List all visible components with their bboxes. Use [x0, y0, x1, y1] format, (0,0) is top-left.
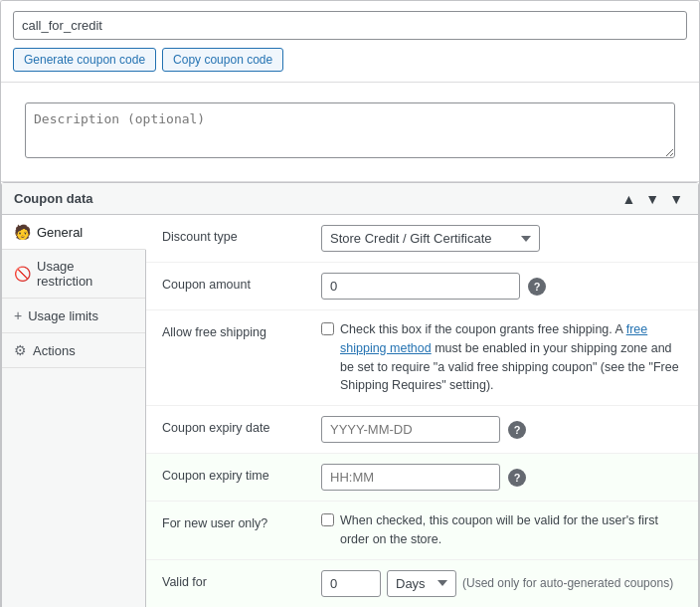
coupon-amount-row: Coupon amount ? — [146, 263, 698, 310]
valid-for-control: Days Weeks Months (Used only for auto-ge… — [321, 570, 682, 597]
sidebar-item-usage-restriction[interactable]: 🚫 Usage restriction — [2, 250, 145, 299]
expiry-time-input[interactable] — [321, 464, 500, 491]
new-user-only-label: For new user only? — [162, 511, 321, 533]
coupon-editor: Generate coupon code Copy coupon code Co… — [0, 0, 700, 607]
usage-limits-icon: + — [14, 307, 22, 323]
free-shipping-checkbox[interactable] — [321, 322, 334, 335]
general-icon: 🧑 — [14, 224, 31, 240]
sidebar-item-usage-limits-label: Usage limits — [28, 308, 98, 323]
days-select[interactable]: Days Weeks Months — [387, 570, 456, 597]
coupon-data-panel: Coupon data ▲ ▼ ▼ 🧑 General 🚫 Usage rest… — [1, 182, 699, 607]
header-controls: ▲ ▼ ▼ — [618, 192, 686, 206]
sidebar-item-usage-limits[interactable]: + Usage limits — [2, 299, 145, 333]
valid-for-inline: Days Weeks Months (Used only for auto-ge… — [321, 570, 673, 597]
expiry-time-help-icon[interactable]: ? — [508, 469, 526, 487]
usage-restriction-icon: 🚫 — [14, 266, 31, 282]
expiry-date-control: ? — [321, 416, 682, 443]
sidebar-item-general[interactable]: 🧑 General — [2, 215, 146, 250]
discount-type-row: Discount type Percentage discount Fixed … — [146, 215, 698, 263]
expiry-date-label: Coupon expiry date — [162, 416, 321, 438]
close-panel-button[interactable]: ▼ — [666, 192, 686, 206]
coupon-name-section: Generate coupon code Copy coupon code — [1, 1, 699, 83]
coupon-amount-label: Coupon amount — [162, 273, 321, 295]
new-user-only-checkbox-wrapper: When checked, this coupon will be valid … — [321, 511, 682, 549]
sidebar-item-general-label: General — [37, 225, 83, 240]
new-user-only-checkbox[interactable] — [321, 513, 334, 526]
copy-coupon-button[interactable]: Copy coupon code — [162, 48, 283, 72]
valid-for-row: Valid for Days Weeks Months (Used only f… — [146, 560, 698, 608]
expiry-date-input[interactable] — [321, 416, 500, 443]
free-shipping-link[interactable]: free shipping method — [340, 322, 647, 355]
new-user-only-row: For new user only? When checked, this co… — [146, 502, 698, 560]
free-shipping-control: Check this box if the coupon grants free… — [321, 320, 682, 395]
coupon-amount-control: ? — [321, 273, 682, 300]
expiry-time-row: Coupon expiry time ? — [146, 454, 698, 502]
coupon-data-body: 🧑 General 🚫 Usage restriction + Usage li… — [2, 215, 698, 607]
discount-type-label: Discount type — [162, 225, 321, 247]
free-shipping-checkbox-wrapper: Check this box if the coupon grants free… — [321, 320, 682, 395]
coupon-amount-input[interactable] — [321, 273, 520, 300]
coupon-data-title: Coupon data — [14, 191, 92, 206]
generate-coupon-button[interactable]: Generate coupon code — [13, 48, 156, 72]
actions-icon: ⚙ — [14, 342, 27, 358]
new-user-only-control: When checked, this coupon will be valid … — [321, 511, 682, 549]
coupon-sidebar: 🧑 General 🚫 Usage restriction + Usage li… — [2, 215, 146, 607]
expiry-time-label: Coupon expiry time — [162, 464, 321, 486]
description-textarea[interactable] — [25, 102, 675, 158]
coupon-actions-row: Generate coupon code Copy coupon code — [13, 48, 687, 72]
discount-type-control: Percentage discount Fixed cart discount … — [321, 225, 682, 252]
free-shipping-label: Allow free shipping — [162, 320, 321, 342]
valid-for-input[interactable] — [321, 570, 381, 597]
coupon-name-input[interactable] — [13, 11, 687, 40]
coupon-amount-help-icon[interactable]: ? — [528, 278, 546, 296]
coupon-data-header: Coupon data ▲ ▼ ▼ — [2, 183, 698, 215]
collapse-down-button[interactable]: ▼ — [642, 192, 662, 206]
sidebar-item-actions-label: Actions — [33, 343, 76, 358]
main-content: Discount type Percentage discount Fixed … — [146, 215, 698, 607]
valid-for-label: Valid for — [162, 570, 321, 592]
expiry-time-control: ? — [321, 464, 682, 491]
auto-gen-note: (Used only for auto-generated coupons) — [462, 576, 673, 590]
discount-type-select[interactable]: Percentage discount Fixed cart discount … — [321, 225, 540, 252]
new-user-only-text: When checked, this coupon will be valid … — [340, 511, 682, 549]
description-section — [1, 83, 699, 182]
expiry-date-row: Coupon expiry date ? — [146, 406, 698, 454]
sidebar-item-actions[interactable]: ⚙ Actions — [2, 333, 145, 368]
free-shipping-text: Check this box if the coupon grants free… — [340, 320, 682, 395]
collapse-up-button[interactable]: ▲ — [618, 192, 638, 206]
free-shipping-row: Allow free shipping Check this box if th… — [146, 310, 698, 406]
sidebar-item-usage-restriction-label: Usage restriction — [37, 259, 133, 289]
expiry-date-help-icon[interactable]: ? — [508, 421, 526, 439]
